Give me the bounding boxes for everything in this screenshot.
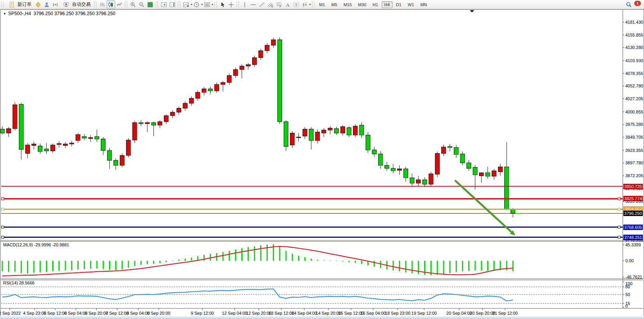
candle-bullish[interactable] [316,132,320,141]
candle-bearish[interactable] [379,154,383,165]
candle-bullish[interactable] [88,138,93,139]
arrow-annotation[interactable] [455,180,511,232]
candle-bearish[interactable] [385,166,389,169]
equidistant-channel-icon[interactable]: E [266,0,275,9]
timeframe-button-h4[interactable]: H4 [382,1,393,8]
candle-bullish[interactable] [214,84,219,91]
candle-bearish[interactable] [284,122,288,146]
candle-bearish[interactable] [347,127,351,135]
line-handle[interactable] [2,197,4,200]
candle-bearish[interactable] [277,40,282,122]
candle-bullish[interactable] [164,116,168,122]
candle-bearish[interactable] [151,123,156,125]
candle-bullish[interactable] [57,143,61,145]
candle-bullish[interactable] [297,137,301,138]
line-chart-icon[interactable] [115,0,124,9]
candle-bullish[interactable] [120,155,124,166]
candle-bullish[interactable] [183,103,187,108]
candle-bullish[interactable] [290,133,295,145]
candle-bullish[interactable] [177,108,181,112]
fibonacci-icon[interactable]: F [275,0,283,9]
period-icon[interactable] [192,0,201,9]
candle-bullish[interactable] [259,51,263,58]
line-handle[interactable] [2,226,4,228]
candle-bullish[interactable] [233,70,238,75]
chart-shift-icon[interactable] [168,0,177,9]
zoom-out-icon[interactable] [137,0,146,9]
candle-bearish[interactable] [467,163,471,168]
candle-bullish[interactable] [190,98,194,103]
candle-bearish[interactable] [334,129,339,133]
horizontal-line-icon[interactable] [249,0,258,9]
candle-bearish[interactable] [454,148,458,155]
cursor-icon[interactable] [218,0,227,9]
candle-bullish[interactable] [25,145,30,153]
chart-canvas[interactable] [0,0,644,319]
zoom-in-icon[interactable] [129,0,137,9]
autotrading-button[interactable]: 自动交易 [60,0,93,9]
candle-bullish[interactable] [145,123,149,124]
candle-bullish[interactable] [196,92,200,98]
candle-bearish[interactable] [101,139,105,150]
dropdown-caret-icon[interactable]: ▾ [309,3,311,6]
candle-bullish[interactable] [240,66,244,70]
candle-bearish[interactable] [38,146,42,152]
candle-bearish[interactable] [372,150,376,154]
candle-bullish[interactable] [253,58,257,64]
candle-bullish[interactable] [63,144,68,146]
auto-scroll-icon[interactable] [160,0,168,9]
new-order-button[interactable]: 新订单 [5,0,34,9]
candle-bullish[interactable] [170,112,175,116]
candle-bullish[interactable] [442,147,446,153]
timeframe-button-mn[interactable]: MN [418,1,430,8]
candle-bearish[interactable] [366,135,370,150]
text-label-icon[interactable]: T [292,0,300,9]
candle-bearish[interactable] [0,129,5,133]
candle-bullish[interactable] [133,123,137,140]
candle-bearish[interactable] [423,180,427,185]
candle-bullish[interactable] [328,128,332,130]
candle-bullish[interactable] [265,45,269,51]
candle-bearish[interactable] [95,136,99,139]
candle-bullish[interactable] [479,173,484,176]
chevron-down-icon[interactable]: ▼ [3,12,6,16]
candle-bearish[interactable] [19,104,23,149]
profile-icon[interactable] [42,0,51,9]
arrows-icon[interactable] [300,0,309,9]
candle-bearish[interactable] [107,150,112,160]
candle-bearish[interactable] [448,146,452,148]
candle-bullish[interactable] [416,180,421,183]
candle-bearish[interactable] [208,89,212,91]
timeframe-button-m5[interactable]: M5 [328,1,340,8]
line-handle[interactable] [618,226,620,228]
candle-bearish[interactable] [309,129,313,140]
timeframe-button-d1[interactable]: D1 [393,1,404,8]
dropdown-caret-icon[interactable]: ▾ [212,3,213,6]
line-handle[interactable] [618,236,620,239]
candle-bullish[interactable] [303,129,307,136]
candle-bullish[interactable] [340,127,345,133]
candle-bullish[interactable] [76,134,80,140]
candle-bearish[interactable] [391,168,395,171]
candle-bullish[interactable] [492,171,496,176]
candle-bullish[interactable] [70,143,74,144]
candle-bearish[interactable] [404,169,408,178]
candle-bullish[interactable] [397,169,402,170]
candle-bullish[interactable] [7,129,11,133]
candle-bullish[interactable] [353,126,358,135]
timeframe-button-m15[interactable]: M15 [341,1,354,8]
candle-bullish[interactable] [51,145,55,151]
timeframe-button-h1[interactable]: H1 [370,1,381,8]
timeframe-button-m30[interactable]: M30 [355,1,369,8]
candle-bullish[interactable] [32,144,36,146]
candlestick-chart-icon[interactable] [107,0,115,9]
line-handle[interactable] [2,208,4,210]
bar-chart-icon[interactable] [98,0,107,9]
candle-bullish[interactable] [435,153,439,174]
search-icon[interactable] [625,0,633,9]
chart-shift-marker-icon[interactable] [470,10,474,12]
candle-bullish[interactable] [322,130,326,133]
candle-bullish[interactable] [429,174,433,184]
line-handle[interactable] [618,208,620,210]
candle-bearish[interactable] [460,154,465,163]
